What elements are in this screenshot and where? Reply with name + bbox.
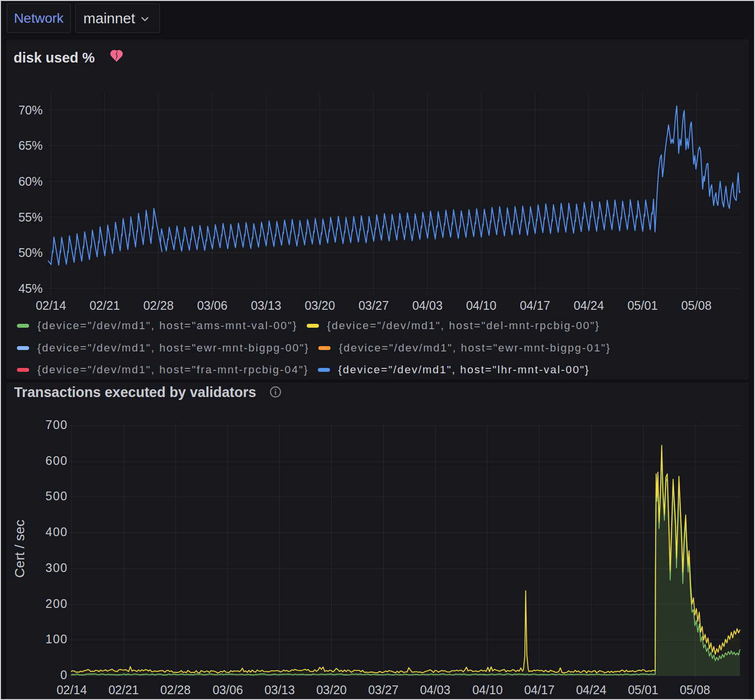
svg-text:600: 600 (46, 454, 68, 467)
svg-text:400: 400 (46, 525, 68, 539)
svg-text:03/27: 03/27 (368, 683, 399, 697)
svg-text:04/10: 04/10 (466, 299, 497, 312)
svg-text:04/17: 04/17 (520, 299, 551, 312)
svg-text:03/27: 03/27 (359, 299, 389, 312)
svg-text:50%: 50% (18, 246, 43, 259)
svg-text:04/03: 04/03 (412, 299, 443, 312)
svg-text:02/21: 02/21 (109, 683, 139, 697)
svg-text:04/03: 04/03 (420, 683, 451, 697)
svg-text:200: 200 (46, 597, 68, 610)
svg-text:700: 700 (46, 418, 68, 431)
svg-text:70%: 70% (18, 103, 43, 117)
svg-text:02/21: 02/21 (90, 299, 120, 312)
svg-text:04/17: 04/17 (524, 683, 555, 697)
svg-text:05/08: 05/08 (680, 683, 710, 697)
svg-text:03/06: 03/06 (197, 299, 228, 312)
svg-text:05/08: 05/08 (681, 299, 712, 312)
svg-text:04/24: 04/24 (574, 299, 604, 312)
svg-text:05/01: 05/01 (628, 299, 658, 312)
svg-text:02/14: 02/14 (36, 299, 66, 312)
svg-text:0: 0 (61, 668, 68, 682)
svg-text:02/14: 02/14 (57, 683, 87, 697)
svg-text:300: 300 (46, 561, 68, 574)
svg-text:03/20: 03/20 (305, 299, 335, 312)
svg-text:500: 500 (46, 489, 68, 503)
svg-text:100: 100 (46, 632, 68, 646)
svg-text:05/01: 05/01 (628, 683, 659, 697)
svg-text:04/10: 04/10 (472, 683, 503, 697)
svg-text:65%: 65% (18, 139, 43, 152)
svg-text:02/28: 02/28 (143, 299, 174, 312)
svg-text:03/13: 03/13 (251, 299, 282, 312)
svg-text:03/20: 03/20 (316, 683, 347, 697)
svg-text:55%: 55% (18, 210, 43, 224)
svg-text:04/24: 04/24 (576, 683, 607, 697)
svg-text:02/28: 02/28 (160, 683, 191, 697)
svg-text:60%: 60% (18, 175, 43, 188)
svg-text:Cert / sec: Cert / sec (12, 520, 27, 578)
svg-text:03/13: 03/13 (265, 683, 295, 697)
svg-text:45%: 45% (18, 282, 43, 295)
svg-text:03/06: 03/06 (213, 683, 243, 697)
